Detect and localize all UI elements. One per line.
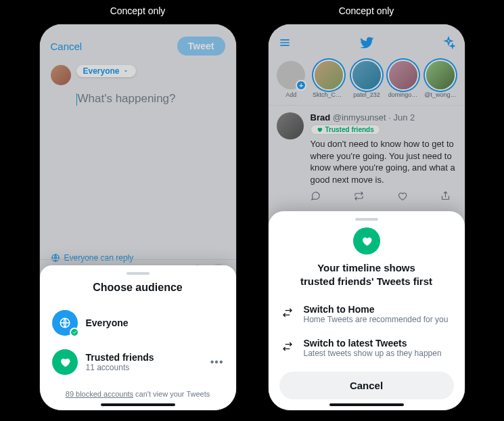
cancel-button[interactable]: Cancel [279, 372, 454, 399]
option-subtitle: Latest tweets show up as they happen [304, 349, 442, 358]
sheet-handle[interactable] [127, 272, 150, 275]
globe-icon [52, 310, 78, 336]
heart-icon [52, 349, 78, 375]
switch-to-latest-option[interactable]: Switch to latest Tweets Latest tweets sh… [269, 331, 465, 365]
swap-icon [282, 341, 294, 355]
home-indicator [101, 403, 175, 406]
audience-option-trusted[interactable]: Trusted friends 11 accounts ••• [40, 342, 236, 382]
sheet-footer: 89 blocked accounts can't view your Twee… [40, 390, 236, 398]
choose-audience-sheet: Choose audience Everyone Trusted friends… [40, 265, 236, 410]
sheet-title: Your timeline showstrusted friends' Twee… [269, 261, 465, 288]
switch-to-home-option[interactable]: Switch to Home Home Tweets are recommend… [269, 297, 465, 331]
option-title: Switch to Home [304, 304, 449, 315]
home-indicator [329, 403, 404, 406]
sheet-handle[interactable] [355, 218, 378, 221]
option-title: Switch to latest Tweets [304, 338, 442, 349]
heart-badge-icon [353, 227, 380, 254]
phone-timeline: + Add Sktch_Co… patel_232 domingo… @t_wo… [269, 24, 465, 410]
phone-compose: Cancel Tweet Everyone What's happening? … [40, 24, 236, 410]
audience-option-everyone[interactable]: Everyone [40, 303, 236, 342]
more-icon[interactable]: ••• [210, 356, 224, 368]
swap-icon [282, 307, 294, 321]
caption-left: Concept only [110, 5, 166, 16]
caption-right: Concept only [339, 5, 394, 16]
option-subtitle: 11 accounts [86, 363, 202, 372]
option-subtitle: Home Tweets are recommended for you [304, 315, 449, 324]
timeline-sheet: Your timeline showstrusted friends' Twee… [269, 211, 465, 410]
option-title: Trusted friends [86, 352, 202, 363]
sheet-title: Choose audience [40, 282, 236, 294]
check-icon [70, 328, 79, 337]
blocked-accounts-link[interactable]: 89 blocked accounts [66, 390, 133, 398]
option-title: Everyone [86, 317, 224, 328]
